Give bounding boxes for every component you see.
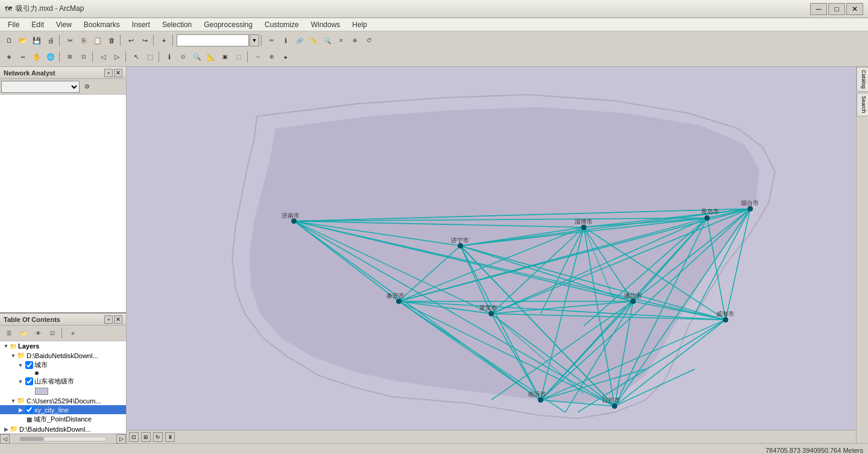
- toc-folder1[interactable]: ▼ 📁 D:\BaiduNetdiskDownl...: [0, 351, 126, 360]
- save-button[interactable]: 💾: [30, 34, 43, 47]
- measure2-button[interactable]: 📐: [204, 50, 218, 63]
- toc-folder3[interactable]: ▶ 📁 D:\BaiduNetdiskDownl...: [0, 424, 126, 434]
- toc-city-layer[interactable]: ▼ 城市: [0, 360, 126, 370]
- new-button[interactable]: 🗋: [2, 34, 16, 47]
- toc-city-dist-table[interactable]: ▶ ▦ 城市_PointDistance: [0, 414, 126, 424]
- hyperlink-button[interactable]: 🔗: [293, 34, 306, 47]
- zoom-window-button[interactable]: ▣: [218, 50, 231, 63]
- open-button[interactable]: 📂: [16, 34, 30, 47]
- scroll-track: [19, 437, 107, 441]
- shandong-expand-icon[interactable]: ▼: [17, 379, 24, 385]
- cut-button[interactable]: ✂: [63, 34, 77, 47]
- city-checkbox[interactable]: [25, 361, 33, 369]
- undo-button[interactable]: ↩: [124, 34, 137, 47]
- map-area[interactable]: 济南市 淄博市 青岛市 烟台市 泰安市 莱芜市 临沂市 日照市 威海市 潍坊市 …: [127, 67, 856, 443]
- delete-button[interactable]: 🗑: [105, 34, 118, 47]
- na-close-button[interactable]: ✕: [114, 69, 122, 77]
- identify-button[interactable]: ℹ: [279, 34, 292, 47]
- measure-button[interactable]: 📏: [307, 34, 320, 47]
- minimize-button[interactable]: ─: [810, 3, 827, 15]
- map-zoom-button[interactable]: ⊡: [129, 432, 139, 442]
- scroll-left-arrow[interactable]: ◁: [0, 434, 10, 444]
- menu-geoprocessing[interactable]: Geoprocessing: [198, 19, 258, 31]
- city-expand-icon[interactable]: ▼: [17, 362, 24, 368]
- menu-view[interactable]: View: [51, 19, 77, 31]
- shandong-checkbox[interactable]: [25, 377, 33, 385]
- menu-selection[interactable]: Selection: [157, 19, 197, 31]
- folder3-expand-icon[interactable]: ▶: [2, 426, 10, 432]
- paste-button[interactable]: 📋: [91, 34, 104, 47]
- print-button[interactable]: 🖨: [44, 34, 57, 47]
- layers-expand-icon[interactable]: ▼: [2, 343, 10, 349]
- menu-bar: File Edit View Bookmarks Insert Selectio…: [0, 18, 868, 31]
- forward-button[interactable]: ▷: [110, 50, 124, 63]
- more-tools-button[interactable]: ▸: [279, 50, 292, 63]
- scroll-right-arrow[interactable]: ▷: [116, 434, 126, 444]
- menu-insert[interactable]: Insert: [127, 19, 156, 31]
- xy-expand-icon[interactable]: ▶: [17, 407, 24, 413]
- toc-close-button[interactable]: ✕: [114, 315, 122, 324]
- time-button[interactable]: ⏱: [362, 34, 376, 47]
- toc-options-button[interactable]: ≡: [66, 327, 80, 340]
- back-button[interactable]: ◁: [96, 50, 110, 63]
- na-float-button[interactable]: ▪: [104, 69, 113, 77]
- pan2-button[interactable]: ↔: [251, 50, 265, 63]
- close-button[interactable]: ✕: [846, 3, 863, 15]
- toc-list-by-visibility[interactable]: 👁: [31, 327, 45, 340]
- catalog-tab[interactable]: Catalog: [857, 67, 868, 92]
- copy-button[interactable]: ⎘: [77, 34, 90, 47]
- na-settings-button[interactable]: ⚙: [80, 80, 93, 93]
- zoom-in-button[interactable]: +: [2, 50, 16, 63]
- menu-edit[interactable]: Edit: [26, 19, 49, 31]
- toc-list-by-selection[interactable]: ☑: [46, 327, 59, 340]
- globe-button[interactable]: 🌐: [44, 50, 57, 63]
- map-extent-button[interactable]: ⊞: [141, 432, 151, 442]
- scale-dropdown[interactable]: ▼: [250, 34, 259, 46]
- svg-point-75: [489, 311, 494, 316]
- zoom-out-button[interactable]: −: [16, 50, 30, 63]
- na-dropdown[interactable]: [1, 81, 80, 93]
- select-elements-button[interactable]: ⬚: [143, 50, 157, 63]
- toc-list-by-drawing-order[interactable]: ☰: [2, 327, 16, 340]
- map-pause-button[interactable]: ⏸: [165, 432, 175, 442]
- svg-text:济南市: 济南市: [281, 212, 300, 219]
- geocode-button[interactable]: ⊕: [348, 34, 362, 47]
- folder1-expand-icon[interactable]: ▼: [10, 353, 17, 359]
- redo-button[interactable]: ↪: [138, 34, 151, 47]
- find-button[interactable]: 🔍: [321, 34, 334, 47]
- attribute-button[interactable]: ≡: [335, 34, 348, 47]
- scroll-thumb[interactable]: [20, 437, 44, 441]
- xy-checkbox[interactable]: [25, 406, 33, 414]
- zoom-full-button[interactable]: ⊞: [63, 50, 77, 63]
- toc-shandong-layer[interactable]: ▼ 山东省地级市: [0, 376, 126, 386]
- toc-xy-city-line-layer[interactable]: ▶ xy_city_line: [0, 405, 126, 414]
- editor-button[interactable]: ✏: [265, 34, 278, 47]
- pan-button[interactable]: ✋: [30, 50, 43, 63]
- find2-button[interactable]: 🔍: [190, 50, 204, 63]
- menu-file[interactable]: File: [2, 19, 25, 31]
- city-dist-label: 城市_PointDistance: [34, 415, 92, 424]
- scale-input[interactable]: 1：3,031,310: [177, 34, 249, 46]
- full-extent-button[interactable]: ⬚: [232, 50, 245, 63]
- toc-list-by-source[interactable]: 📁: [17, 327, 30, 340]
- magnifier-button[interactable]: ⊕: [265, 50, 278, 63]
- menu-help[interactable]: Help: [347, 19, 373, 31]
- menu-bookmarks[interactable]: Bookmarks: [78, 19, 125, 31]
- search-tab[interactable]: Search: [857, 93, 868, 116]
- html-popup-button[interactable]: ⊙: [177, 50, 190, 63]
- toc-float-button[interactable]: ▪: [104, 315, 113, 324]
- folder2-expand-icon[interactable]: ▼: [10, 398, 17, 404]
- info-tool-button[interactable]: ℹ: [163, 50, 176, 63]
- left-panels: Network Analyst ▪ ✕ ⚙ Table Of Contents …: [0, 67, 127, 443]
- svg-point-70: [292, 219, 297, 224]
- toc-folder2[interactable]: ▼ 📁 C:\Users\25294\Docum...: [0, 396, 126, 405]
- toc-scrollbar[interactable]: ◁ ▷: [0, 434, 126, 443]
- map-refresh-button[interactable]: ↻: [153, 432, 163, 442]
- maximize-button[interactable]: □: [828, 3, 845, 15]
- svg-text:济宁市: 济宁市: [451, 237, 470, 244]
- add-data-button[interactable]: +: [157, 34, 171, 47]
- select-button[interactable]: ↖: [130, 50, 143, 63]
- menu-customize[interactable]: Customize: [259, 19, 304, 31]
- menu-windows[interactable]: Windows: [306, 19, 346, 31]
- zoom-layer-button[interactable]: ⊡: [77, 50, 90, 63]
